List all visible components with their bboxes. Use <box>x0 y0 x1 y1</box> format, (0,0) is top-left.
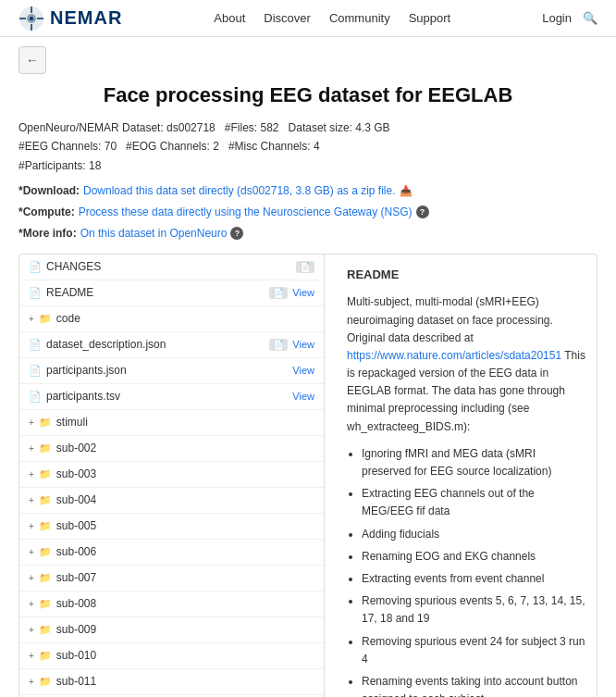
moreinfo-link[interactable]: On this dataset in OpenNeuro <box>80 223 228 244</box>
compute-link[interactable]: Process these data directly using the Ne… <box>79 202 413 223</box>
size-val: 4.3 GB <box>355 121 389 134</box>
file-badge: 📄 <box>269 339 288 351</box>
expand-icon: + <box>29 547 34 557</box>
nav-community[interactable]: Community <box>329 11 390 25</box>
navbar-right: Login 🔍 <box>542 11 598 25</box>
expand-icon: + <box>29 443 34 454</box>
back-button[interactable]: ← <box>18 46 46 74</box>
svg-point-2 <box>30 17 33 20</box>
readme-list-item: Extracting EEG channels out of the MEG/E… <box>362 485 585 520</box>
folder-name: sub-008 <box>56 597 314 610</box>
file-tree-item[interactable]: + 📁 code <box>19 306 324 332</box>
page-title: Face processing EEG dataset for EEGLAB <box>18 83 598 107</box>
folder-name: sub-011 <box>56 675 314 688</box>
folder-icon: 📁 <box>39 442 52 454</box>
folder-icon: 📁 <box>39 650 52 662</box>
file-tree-item[interactable]: 📄 participants.tsv View <box>19 384 324 410</box>
file-tree-item[interactable]: + 📁 sub-008 <box>19 591 324 617</box>
compute-action: *Compute: Process these data directly us… <box>18 202 598 223</box>
participants-label: #Participants: <box>18 159 86 172</box>
file-name: CHANGES <box>46 260 291 273</box>
logo-text: NEMAR <box>50 7 122 29</box>
files-val: 582 <box>261 121 279 134</box>
actions-section: *Download: Download this data set direct… <box>18 180 598 243</box>
folder-name: sub-005 <box>56 519 314 532</box>
file-name: README <box>46 286 265 299</box>
participants-val: 18 <box>89 159 101 172</box>
file-tree-item[interactable]: + 📁 sub-010 <box>19 643 324 669</box>
file-tree: 📄 CHANGES 📄 📄 README 📄 View + 📁 code 📄 d… <box>19 255 325 697</box>
dataset-id: ds002718 <box>166 121 216 134</box>
readme-list-item: Removing spurious events 5, 6, 7, 13, 14… <box>362 592 585 628</box>
expand-icon: + <box>29 573 34 583</box>
folder-icon: 📁 <box>39 546 52 558</box>
folder-icon: 📁 <box>39 676 52 688</box>
search-icon[interactable]: 🔍 <box>583 11 598 25</box>
main-content: 📄 CHANGES 📄 📄 README 📄 View + 📁 code 📄 d… <box>18 254 598 697</box>
eeg-label: #EEG Channels: <box>18 140 101 153</box>
folder-name: sub-003 <box>56 467 314 480</box>
file-tree-item[interactable]: + 📁 sub-011 <box>19 669 324 695</box>
nav-support[interactable]: Support <box>409 11 451 25</box>
file-icon: 📄 <box>29 391 42 403</box>
readme-list: Ignoring fMRI and MEG data (sMRI preserv… <box>362 445 585 697</box>
folder-name: stimuli <box>56 416 314 429</box>
moreinfo-info-icon[interactable]: ? <box>230 227 243 240</box>
readme-list-item: Ignoring fMRI and MEG data (sMRI preserv… <box>362 445 585 480</box>
folder-icon: 📁 <box>39 598 52 610</box>
file-tree-item[interactable]: 📄 participants.json View <box>19 358 324 384</box>
expand-icon: + <box>29 521 34 531</box>
file-tree-item[interactable]: 📄 CHANGES 📄 <box>19 255 324 280</box>
folder-icon: 📁 <box>39 494 52 506</box>
folder-name: code <box>56 312 314 325</box>
folder-icon: 📁 <box>39 624 52 636</box>
nav-discover[interactable]: Discover <box>264 11 311 25</box>
folder-icon: 📁 <box>39 520 52 532</box>
file-tree-item[interactable]: 📄 dataset_description.json 📄 View <box>19 332 324 358</box>
compute-info-icon[interactable]: ? <box>416 205 429 218</box>
file-name: participants.tsv <box>46 390 288 403</box>
moreinfo-label: *More info: <box>18 223 77 244</box>
file-icon: 📄 <box>29 287 42 299</box>
expand-icon: + <box>29 417 34 428</box>
eog-label: #EOG Channels: <box>126 140 210 153</box>
view-link[interactable]: View <box>292 391 314 402</box>
file-tree-item[interactable]: + 📁 sub-002 <box>19 436 324 462</box>
moreinfo-action: *More info: On this dataset in OpenNeuro… <box>18 223 598 244</box>
expand-icon: + <box>29 314 34 324</box>
file-tree-item[interactable]: + 📁 sub-003 <box>19 462 324 488</box>
readme-panel: README Multi-subject, multi-modal (sMRI+… <box>336 255 597 697</box>
file-tree-item[interactable]: + 📁 sub-004 <box>19 488 324 514</box>
file-tree-item[interactable]: + 📁 sub-007 <box>19 566 324 591</box>
expand-icon: + <box>29 469 34 479</box>
misc-label: #Misc Channels: <box>228 140 311 153</box>
download-label: *Download: <box>18 180 80 202</box>
folder-name: sub-002 <box>56 442 314 454</box>
login-button[interactable]: Login <box>542 11 572 25</box>
file-icon: 📄 <box>29 339 42 351</box>
file-tree-item[interactable]: 📄 README 📄 View <box>19 280 324 306</box>
metadata-section: OpenNeuro/NEMAR Dataset: ds002718 #Files… <box>18 118 598 175</box>
download-link[interactable]: Download this data set directly (ds00271… <box>83 180 396 202</box>
view-link[interactable]: View <box>292 339 314 350</box>
nav-links: About Discover Community Support <box>214 11 450 25</box>
folder-name: sub-009 <box>56 623 314 636</box>
nav-about[interactable]: About <box>214 11 245 25</box>
files-label: #Files: <box>225 121 257 134</box>
folder-name: sub-004 <box>56 493 314 506</box>
file-icon: 📄 <box>29 261 42 273</box>
file-badge: 📄 <box>269 287 288 299</box>
size-label: Dataset size: <box>289 121 352 134</box>
misc-val: 4 <box>314 140 320 153</box>
file-tree-item[interactable]: + 📁 sub-009 <box>19 617 324 643</box>
expand-icon: + <box>29 495 34 505</box>
expand-icon: + <box>29 599 34 609</box>
file-tree-item[interactable]: + 📁 stimuli <box>19 410 324 436</box>
file-tree-item[interactable]: + 📁 sub-005 <box>19 514 324 540</box>
view-link[interactable]: View <box>292 365 314 376</box>
file-tree-item[interactable]: + 📁 sub-006 <box>19 540 324 566</box>
readme-list-item: Adding fiducials <box>362 526 585 543</box>
eeg-val: 70 <box>105 140 117 153</box>
view-link[interactable]: View <box>292 287 314 298</box>
readme-nature-link[interactable]: https://www.nature.com/articles/sdata201… <box>347 349 561 362</box>
